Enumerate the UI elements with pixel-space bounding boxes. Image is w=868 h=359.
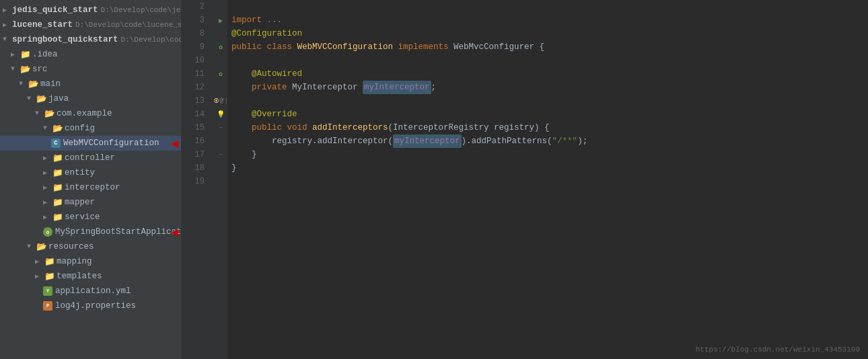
token-classname: WebMVCConfiguration bbox=[297, 40, 398, 54]
code-line-8: @Configuration bbox=[231, 27, 868, 40]
token-interface: WebMvcConfigurer bbox=[454, 40, 540, 54]
line-num-11: 11 bbox=[187, 67, 209, 81]
token-indent bbox=[231, 81, 252, 94]
gutter-icon-11: ✿ bbox=[214, 67, 227, 81]
folder-icon: 📁 bbox=[52, 168, 62, 177]
bookmark-icon: ✿ bbox=[219, 43, 223, 51]
gutter-icon-9: ✿ bbox=[214, 40, 227, 54]
code-line-17: } bbox=[231, 148, 868, 161]
file-tree[interactable]: ▶ jedis_quick_start D:\Develop\code\jedi… bbox=[0, 0, 182, 359]
folder-icon: 📁 bbox=[52, 198, 62, 207]
folder-resources[interactable]: ▼ 📂 resources bbox=[0, 239, 181, 254]
folder-label: mapping bbox=[57, 257, 92, 266]
gutter-icon-16 bbox=[214, 134, 227, 148]
code-line-10 bbox=[231, 54, 868, 67]
fold-icon: − bbox=[219, 124, 223, 132]
project-lucene[interactable]: ▶ lucene_start D:\Develop\code\lucene_st… bbox=[0, 17, 181, 32]
folder-idea[interactable]: ▶ 📁 .idea bbox=[0, 47, 181, 62]
folder-src[interactable]: ▼ 📂 src bbox=[0, 62, 181, 77]
chevron-right-icon: ▶ bbox=[43, 213, 51, 221]
code-line-11: @Autowired bbox=[231, 67, 868, 81]
token-closeparen: ); bbox=[577, 134, 587, 148]
chevron-down-icon: ▼ bbox=[19, 80, 27, 88]
folder-icon: 📂 bbox=[44, 109, 54, 118]
token-class: class bbox=[267, 40, 297, 54]
folder-icon: 📁 bbox=[52, 153, 62, 163]
gutter-icon-17: − bbox=[214, 148, 227, 161]
line-num-16: 16 bbox=[187, 134, 209, 148]
chevron-right-icon: ▶ bbox=[35, 257, 43, 266]
folder-label: entity bbox=[65, 168, 95, 177]
folder-icon: 📁 bbox=[44, 272, 54, 281]
folder-config[interactable]: ▼ 📂 config bbox=[0, 121, 181, 136]
project-name: springboot_quickstart bbox=[12, 35, 118, 44]
code-line-19 bbox=[231, 175, 868, 188]
project-name: lucene_start bbox=[12, 20, 73, 30]
token-implements: implements bbox=[398, 40, 454, 54]
line-num-8: 8 bbox=[187, 27, 209, 40]
file-myspringboot[interactable]: ✿ MySpringBootStartApplication ◀ bbox=[0, 225, 181, 239]
file-webmvcconfiguration[interactable]: C WebMVCConfiguration ◀ bbox=[0, 136, 181, 151]
token-indent bbox=[231, 134, 272, 148]
project-springboot[interactable]: ▼ springboot_quickstart D:\Develop\code\… bbox=[0, 32, 181, 47]
props-icon: P bbox=[43, 301, 52, 311]
chevron-right-icon: ▶ bbox=[3, 6, 11, 14]
folder-label: resources bbox=[48, 242, 94, 251]
token-indent bbox=[231, 121, 252, 134]
folder-label: com.example bbox=[57, 109, 112, 118]
line-num-18: 18 bbox=[187, 161, 209, 175]
token-closebrace: } bbox=[252, 148, 257, 161]
chevron-right-icon: ▶ bbox=[43, 169, 51, 177]
folder-entity[interactable]: ▶ 📁 entity bbox=[0, 165, 181, 180]
code-editor: 2 3 8 9 10 11 12 13 14 15 16 17 18 19 ▶ … bbox=[187, 0, 868, 359]
file-log4j-properties[interactable]: P log4j.properties bbox=[0, 298, 181, 313]
token-public: public bbox=[231, 40, 267, 54]
token-params: (InterceptorRegistry registry) { bbox=[388, 121, 550, 134]
gutter-icons: ▶ ✿ ✿ ⦿@ | 💡 − − bbox=[214, 0, 227, 359]
project-jedis[interactable]: ▶ jedis_quick_start D:\Develop\code\jedi… bbox=[0, 3, 181, 17]
file-label: log4j.properties bbox=[55, 301, 136, 311]
folder-interceptor[interactable]: ▶ 📁 interceptor bbox=[0, 180, 181, 195]
token-dots: ... bbox=[267, 13, 283, 27]
folder-label: config bbox=[65, 124, 95, 133]
file-label: MySpringBootStartApplication bbox=[55, 227, 182, 237]
split-gutter[interactable] bbox=[182, 0, 187, 359]
folder-label: mapper bbox=[65, 198, 95, 207]
code-content[interactable]: import ... @Configuration public class W… bbox=[227, 0, 868, 359]
token-addpath: ).addPathPatterns( bbox=[462, 134, 552, 148]
token-indent bbox=[231, 148, 252, 161]
token-semicolon: ; bbox=[431, 81, 437, 94]
file-label: application.yml bbox=[55, 286, 131, 296]
gutter-icon-13: ⦿@ | bbox=[214, 94, 227, 108]
token-type: MyInterceptor bbox=[292, 81, 363, 94]
project-path: D:\Develop\code\springboot_quickstart bbox=[121, 36, 182, 44]
gutter-icon-15: − bbox=[214, 121, 227, 134]
folder-mapper[interactable]: ▶ 📁 mapper bbox=[0, 195, 181, 210]
line-num-9: 9 bbox=[187, 40, 209, 54]
folder-label: main bbox=[40, 79, 61, 89]
file-application-yml[interactable]: Y application.yml bbox=[0, 284, 181, 298]
folder-templates[interactable]: ▶ 📁 templates bbox=[0, 269, 181, 284]
line-num-12: 12 bbox=[187, 81, 209, 94]
folder-mapping[interactable]: ▶ 📁 mapping bbox=[0, 254, 181, 269]
folder-icon: 📂 bbox=[36, 242, 46, 251]
chevron-right-icon: ▶ bbox=[43, 198, 51, 206]
line-num-19: 19 bbox=[187, 175, 209, 188]
folder-controller[interactable]: ▶ 📁 controller bbox=[0, 151, 181, 165]
folder-comexample[interactable]: ▼ 📂 com.example bbox=[0, 106, 181, 121]
token-override: @Override bbox=[252, 108, 297, 121]
chevron-right-icon: ▶ bbox=[43, 184, 51, 192]
token-annotation: @Configuration bbox=[231, 27, 302, 40]
token-autowired: @Autowired bbox=[252, 67, 302, 81]
token-registry: registry.addInterceptor( bbox=[272, 134, 393, 148]
folder-service[interactable]: ▶ 📁 service bbox=[0, 210, 181, 225]
chevron-down-icon: ▼ bbox=[35, 110, 43, 118]
arrow-indicator: ◀ bbox=[171, 136, 178, 151]
token-field-highlighted: myInterceptor bbox=[363, 81, 431, 94]
project-name: jedis_quick_start bbox=[12, 5, 98, 15]
folder-java[interactable]: ▼ 📂 java bbox=[0, 91, 181, 106]
token-field-highlighted2: myInterceptor bbox=[393, 134, 462, 148]
gutter-icon-2 bbox=[214, 0, 227, 13]
folder-main[interactable]: ▼ 📂 main bbox=[0, 77, 181, 91]
watermark: https://blog.csdn.net/weixin_43453109 bbox=[696, 346, 860, 354]
